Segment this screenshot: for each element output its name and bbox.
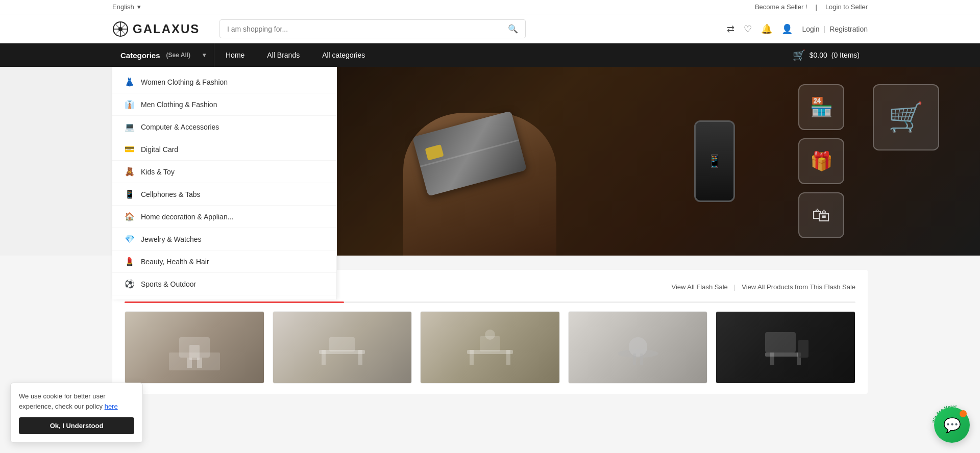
svg-rect-21 xyxy=(629,337,647,357)
product-card-5[interactable] xyxy=(716,311,855,384)
hero-banner: 📱 🏪 🛒 🛍 🎁 xyxy=(337,67,980,256)
products-row xyxy=(125,311,855,384)
jewelry-icon: 💎 xyxy=(125,234,135,244)
top-bar-right: Become a Seller ! | Login to Seller xyxy=(755,3,868,11)
product-img-svg-2 xyxy=(311,322,373,373)
search-button[interactable]: 🔍 xyxy=(508,24,518,34)
login-link[interactable]: Login xyxy=(802,25,819,33)
search-icon: 🔍 xyxy=(508,24,518,33)
nav-links: Home All Brands All categories xyxy=(214,43,785,67)
top-bar-divider: | xyxy=(815,3,817,11)
sidebar-item-women-clothing[interactable]: 👗 Women Clothing & Fashion xyxy=(112,71,336,93)
flash-sale-links: View All Flash Sale | View All Products … xyxy=(672,283,856,291)
sidebar-item-cellphones[interactable]: 📱 Cellphones & Tabs xyxy=(112,183,336,206)
become-seller-link[interactable]: Become a Seller ! xyxy=(755,3,807,11)
sidebar-item-label: Digital Card xyxy=(141,145,178,154)
svg-rect-24 xyxy=(765,332,796,353)
compare-icon[interactable]: ⇄ xyxy=(727,23,734,35)
product-image-3 xyxy=(421,312,559,383)
hero-icon-bag: 🛍 xyxy=(798,192,844,238)
product-card-4[interactable] xyxy=(568,311,708,384)
sidebar: 👗 Women Clothing & Fashion 👔 Men Clothin… xyxy=(112,67,337,299)
home-decoration-icon: 🏠 xyxy=(125,212,135,221)
top-bar: English ▾ Become a Seller ! | Login to S… xyxy=(0,0,980,14)
nav-all-brands[interactable]: All Brands xyxy=(256,43,311,67)
search-input[interactable] xyxy=(227,25,508,33)
notification-icon[interactable]: 🔔 xyxy=(761,23,772,35)
sidebar-item-label: Men Clothing & Fashion xyxy=(141,100,217,109)
search-bar: 🔍 xyxy=(219,19,526,38)
svg-rect-16 xyxy=(470,350,474,365)
logo[interactable]: GALAXUS xyxy=(112,21,204,37)
login-seller-link[interactable]: Login to Seller xyxy=(825,3,868,11)
cart-icon: 🛒 xyxy=(793,49,805,61)
cellphones-icon: 📱 xyxy=(125,189,135,199)
sidebar-item-jewelry[interactable]: 💎 Jewelry & Watches xyxy=(112,228,336,250)
view-all-flash-sale[interactable]: View All Flash Sale xyxy=(672,283,728,291)
product-image-1 xyxy=(125,312,264,383)
header-actions: ⇄ ♡ 🔔 👤 Login | Registration xyxy=(727,23,868,35)
language-selector[interactable]: English ▾ xyxy=(112,3,141,11)
sidebar-item-label: Sports & Outdoor xyxy=(141,280,196,288)
see-all-label[interactable]: (See All) xyxy=(166,52,191,59)
sidebar-item-kids-toy[interactable]: 🧸 Kids & Toy xyxy=(112,161,336,183)
cart-button[interactable]: 🛒 $0.00 (0 Items) xyxy=(785,43,868,67)
account-icon[interactable]: 👤 xyxy=(781,23,793,35)
logo-text: GALAXUS xyxy=(133,22,200,36)
product-card-3[interactable] xyxy=(420,311,560,384)
product-image-2 xyxy=(273,312,412,383)
auth-divider: | xyxy=(824,25,826,33)
product-img-svg-4 xyxy=(607,322,669,373)
cookie-accept-button[interactable]: Ok, I Understood xyxy=(19,417,134,434)
svg-rect-14 xyxy=(329,337,355,351)
product-img-svg-5 xyxy=(755,322,816,373)
flash-links-divider: | xyxy=(734,283,736,291)
svg-rect-23 xyxy=(640,354,643,365)
registration-link[interactable]: Registration xyxy=(829,25,868,33)
sidebar-item-label: Kids & Toy xyxy=(141,168,175,176)
men-clothing-icon: 👔 xyxy=(125,99,135,109)
nav-home[interactable]: Home xyxy=(214,43,256,67)
sidebar-item-label: Home decoration & Applian... xyxy=(141,213,233,221)
sidebar-item-label: Computer & Accessories xyxy=(141,123,219,131)
wishlist-icon[interactable]: ♡ xyxy=(744,23,752,35)
svg-rect-12 xyxy=(322,350,326,365)
product-image-4 xyxy=(569,312,707,383)
hero-icon-cart: 🛒 xyxy=(873,84,939,150)
sidebar-item-sports[interactable]: ⚽ Sports & Outdoor xyxy=(112,273,336,295)
sidebar-item-digital-card[interactable]: 💳 Digital Card xyxy=(112,138,336,161)
cookie-policy-link[interactable]: here xyxy=(105,402,118,410)
computer-icon: 💻 xyxy=(125,122,135,132)
nav-all-categories[interactable]: All categories xyxy=(311,43,376,67)
cookie-text: We use cookie for better user experience… xyxy=(19,391,134,411)
hero-icon-store: 🏪 xyxy=(798,84,844,130)
header: GALAXUS 🔍 ⇄ ♡ 🔔 👤 Login | Registration xyxy=(0,14,980,43)
main-area: 👗 Women Clothing & Fashion 👔 Men Clothin… xyxy=(0,67,980,256)
navbar: Categories (See All) ▾ Home All Brands A… xyxy=(0,43,980,67)
logo-icon xyxy=(112,21,129,37)
sidebar-item-men-clothing[interactable]: 👔 Men Clothing & Fashion xyxy=(112,93,336,116)
sidebar-item-beauty[interactable]: 💄 Beauty, Health & Hair xyxy=(112,250,336,273)
product-card-1[interactable] xyxy=(125,311,264,384)
cart-price: $0.00 xyxy=(810,51,827,59)
hero-icon-gift: 🎁 xyxy=(798,138,844,184)
categories-button[interactable]: Categories (See All) ▾ xyxy=(112,43,214,67)
sidebar-item-home-decoration[interactable]: 🏠 Home decoration & Applian... xyxy=(112,206,336,228)
flash-progress-bar-container xyxy=(125,301,855,303)
sidebar-item-label: Beauty, Health & Hair xyxy=(141,258,209,266)
product-img-svg-3 xyxy=(459,322,521,373)
product-card-2[interactable] xyxy=(273,311,412,384)
sidebar-item-computer[interactable]: 💻 Computer & Accessories xyxy=(112,116,336,138)
svg-rect-27 xyxy=(765,353,801,357)
hero-phone: 📱 xyxy=(694,120,735,202)
svg-rect-13 xyxy=(358,350,362,365)
flash-progress-bar xyxy=(125,301,344,303)
svg-rect-28 xyxy=(798,340,808,358)
chat-widget[interactable]: 💬 xyxy=(934,407,970,443)
digital-card-icon: 💳 xyxy=(125,144,135,154)
categories-label: Categories xyxy=(120,51,160,60)
svg-rect-10 xyxy=(189,345,200,360)
svg-rect-22 xyxy=(633,354,636,365)
header-auth: Login | Registration xyxy=(802,25,868,33)
view-all-products-flash[interactable]: View All Products from This Flash Sale xyxy=(742,283,855,291)
